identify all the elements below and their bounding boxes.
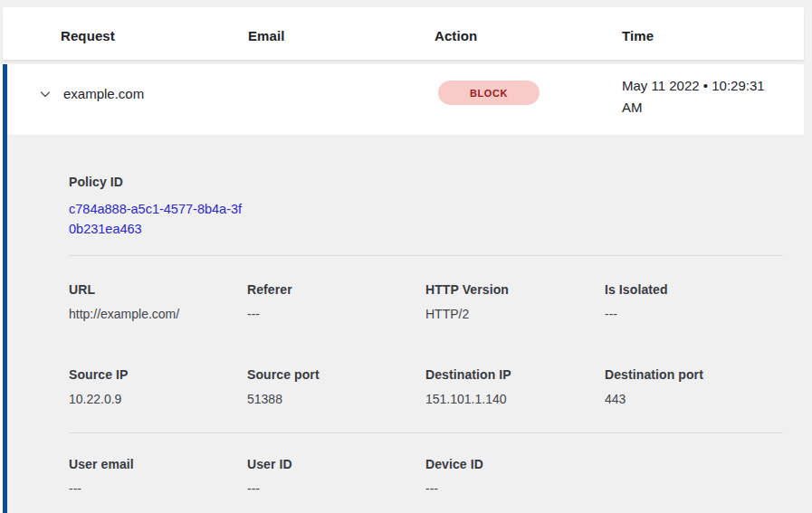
log-table-row[interactable]: example.com BLOCK May 11 2022 • 10:29:31… bbox=[7, 64, 804, 135]
detail-field-destination-ip: Destination IP 151.101.1.140 bbox=[425, 367, 597, 408]
detail-field-destination-port: Destination port 443 bbox=[605, 367, 777, 408]
policy-id-label: Policy ID bbox=[69, 175, 250, 189]
detail-field-url: URL http://example.com/ bbox=[69, 282, 241, 323]
field-label: Destination IP bbox=[425, 367, 597, 382]
field-value: --- bbox=[247, 480, 419, 498]
field-value: 51388 bbox=[247, 391, 419, 408]
section-divider bbox=[69, 432, 783, 433]
log-table-header: Request Email Action Time bbox=[3, 7, 804, 60]
chevron-down-icon bbox=[38, 90, 53, 104]
action-block-badge: BLOCK bbox=[438, 81, 540, 105]
field-value: --- bbox=[247, 306, 419, 323]
column-header-action: Action bbox=[435, 28, 477, 43]
field-label: Is Isolated bbox=[605, 282, 777, 297]
column-header-email: Email bbox=[248, 28, 285, 43]
policy-id-section: Policy ID c784a888-a5c1-4577-8b4a-3f0b23… bbox=[69, 175, 250, 239]
field-label: User email bbox=[69, 457, 241, 471]
row-expander-button[interactable] bbox=[38, 87, 53, 101]
row-request-value: example.com bbox=[63, 86, 144, 101]
detail-field-http-version: HTTP Version HTTP/2 bbox=[425, 282, 597, 323]
field-value: --- bbox=[69, 480, 241, 498]
column-header-time: Time bbox=[622, 28, 654, 43]
detail-field-source-ip: Source IP 10.22.0.9 bbox=[69, 367, 241, 408]
section-divider bbox=[69, 255, 783, 256]
field-label: Device ID bbox=[425, 457, 597, 471]
field-value: 151.101.1.140 bbox=[425, 391, 597, 408]
field-label: Destination port bbox=[605, 367, 777, 382]
field-value: 443 bbox=[605, 391, 777, 408]
detail-field-is-isolated: Is Isolated --- bbox=[605, 282, 777, 323]
field-label: Referer bbox=[247, 282, 419, 297]
row-detail-panel: Policy ID c784a888-a5c1-4577-8b4a-3f0b23… bbox=[7, 135, 804, 513]
detail-field-user-id: User ID --- bbox=[247, 457, 419, 498]
field-value: http://example.com/ bbox=[69, 306, 241, 323]
field-value: --- bbox=[605, 306, 777, 323]
log-table-body: example.com BLOCK May 11 2022 • 10:29:31… bbox=[0, 64, 804, 513]
column-header-request: Request bbox=[61, 28, 115, 43]
detail-field-source-port: Source port 51388 bbox=[247, 367, 419, 408]
field-label: User ID bbox=[247, 457, 419, 471]
field-label: HTTP Version bbox=[425, 282, 597, 297]
field-value: --- bbox=[425, 480, 597, 498]
field-label: URL bbox=[69, 282, 241, 297]
detail-field-device-id: Device ID --- bbox=[425, 457, 597, 498]
policy-id-link[interactable]: c784a888-a5c1-4577-8b4a-3f0b231ea463 bbox=[69, 199, 246, 239]
row-time-value: May 11 2022 • 10:29:31 AM bbox=[622, 75, 783, 119]
detail-field-referer: Referer --- bbox=[247, 282, 419, 323]
field-label: Source port bbox=[247, 367, 419, 382]
detail-field-user-email: User email --- bbox=[69, 457, 241, 498]
field-label: Source IP bbox=[69, 367, 241, 382]
field-value: HTTP/2 bbox=[425, 306, 597, 323]
field-value: 10.22.0.9 bbox=[69, 391, 241, 408]
